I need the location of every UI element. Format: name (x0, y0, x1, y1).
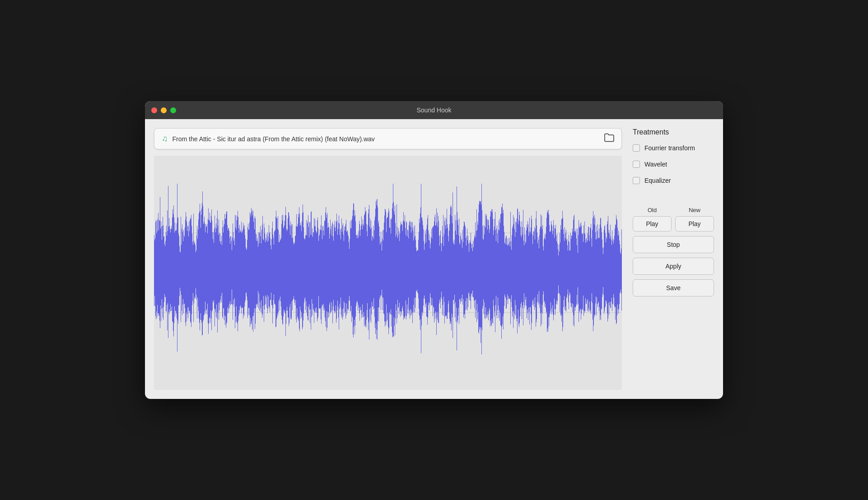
old-play-button[interactable]: Play (633, 216, 672, 231)
stop-button[interactable]: Stop (633, 236, 714, 253)
maximize-button[interactable] (170, 107, 176, 113)
new-play-col: New Play (675, 207, 714, 231)
treatment-fourier: Fourrier transform (633, 144, 714, 152)
old-play-col: Old Play (633, 207, 672, 231)
equalizer-checkbox[interactable] (633, 177, 640, 184)
wavelet-label: Wavelet (644, 161, 667, 168)
waveform-canvas[interactable] (154, 156, 622, 390)
music-icon: ♫ (162, 134, 168, 144)
app-window: Sound Hook ♫ From the Attic - Sic itur a… (145, 101, 723, 399)
treatment-wavelet: Wavelet (633, 161, 714, 168)
save-button[interactable]: Save (633, 279, 714, 296)
old-label: Old (648, 207, 657, 213)
window-controls (151, 107, 176, 113)
minimize-button[interactable] (161, 107, 167, 113)
waveform-container (154, 156, 622, 390)
folder-icon[interactable] (604, 133, 614, 144)
title-bar: Sound Hook (145, 101, 723, 119)
equalizer-label: Equalizer (644, 177, 671, 184)
content-area: ♫ From the Attic - Sic itur ad astra (Fr… (145, 119, 723, 399)
fourier-checkbox[interactable] (633, 144, 640, 152)
treatment-equalizer: Equalizer (633, 177, 714, 184)
new-label: New (689, 207, 700, 213)
wavelet-checkbox[interactable] (633, 161, 640, 168)
treatments-label: Treatments (633, 128, 714, 136)
fourier-label: Fourrier transform (644, 144, 695, 152)
new-play-button[interactable]: Play (675, 216, 714, 231)
main-section: ♫ From the Attic - Sic itur ad astra (Fr… (154, 128, 622, 390)
apply-button[interactable]: Apply (633, 258, 714, 275)
file-bar: ♫ From the Attic - Sic itur ad astra (Fr… (154, 128, 622, 149)
window-title: Sound Hook (416, 106, 451, 114)
file-name: From the Attic - Sic itur ad astra (From… (173, 135, 600, 143)
close-button[interactable] (151, 107, 157, 113)
sidebar: Treatments Fourrier transform Wavelet Eq… (633, 128, 714, 390)
play-row: Old Play New Play (633, 207, 714, 231)
